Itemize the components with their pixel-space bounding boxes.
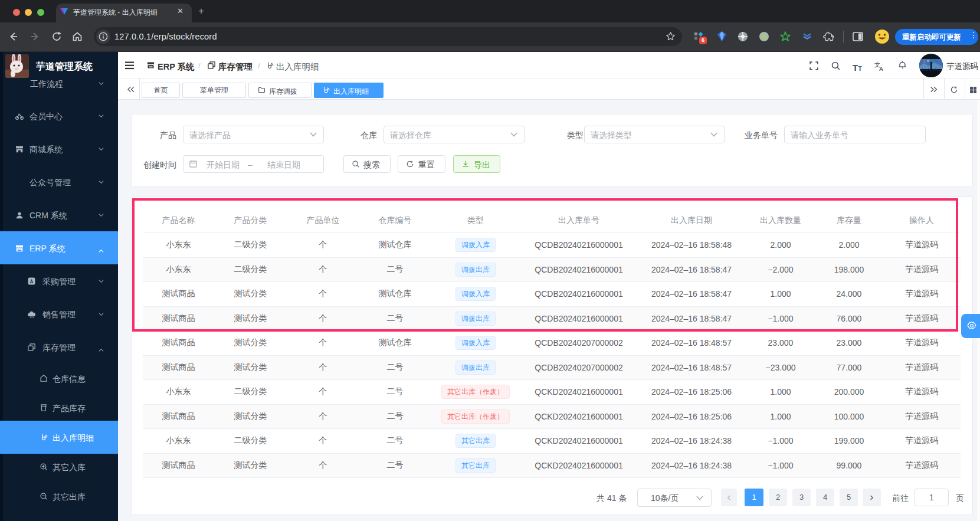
svg-text:文: 文 [922, 58, 926, 63]
svg-text:A: A [879, 65, 883, 72]
